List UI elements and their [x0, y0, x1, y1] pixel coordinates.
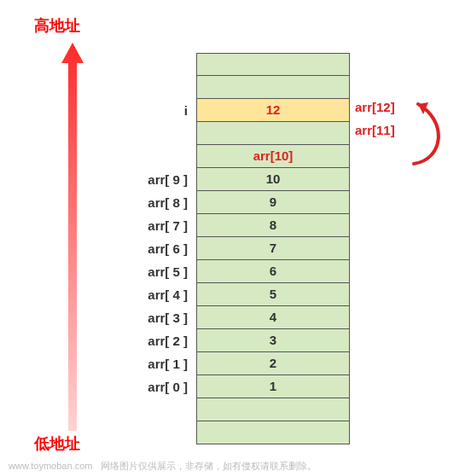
row-label: arr[ 0 ] — [111, 375, 196, 398]
footer-note: 网络图片仅供展示，非存储，如有侵权请联系删除。 — [101, 461, 317, 471]
memory-cell-i: 12 — [196, 99, 350, 122]
memory-cell-arr10: arr[10] — [196, 145, 350, 168]
memory-cell: 2 — [196, 352, 350, 375]
row-label: arr[ 8 ] — [111, 191, 196, 214]
side-label-arr11: arr[11] — [355, 123, 395, 137]
memory-cell: 4 — [196, 306, 350, 329]
memory-cell: 1 — [196, 375, 350, 398]
memory-cell: 10 — [196, 168, 350, 191]
memory-cell — [196, 398, 350, 421]
row-label: arr[ 1 ] — [111, 352, 196, 375]
high-address-label: 高地址 — [34, 15, 80, 36]
memory-cell: 9 — [196, 191, 350, 214]
memory-cell — [196, 122, 350, 145]
overflow-curve-arrow — [410, 96, 452, 172]
watermark-footer: www.toymoban.com 网络图片仅供展示，非存储，如有侵权请联系删除。 — [9, 460, 317, 473]
memory-cell: 3 — [196, 329, 350, 352]
row-label — [111, 76, 196, 99]
row-label: arr[ 9 ] — [111, 168, 196, 191]
row-label — [111, 53, 196, 76]
memory-cell: 7 — [196, 237, 350, 260]
memory-stack-table: i12 arr[10] arr[ 9 ]10 arr[ 8 ]9 arr[ 7 … — [111, 53, 350, 444]
memory-cell — [196, 53, 350, 76]
memory-cell: 5 — [196, 283, 350, 306]
address-direction-arrow — [60, 43, 85, 431]
low-address-label: 低地址 — [34, 433, 80, 454]
row-label: arr[ 5 ] — [111, 260, 196, 283]
svg-marker-0 — [61, 43, 84, 431]
side-label-arr12: arr[12] — [355, 100, 395, 114]
row-label: arr[ 2 ] — [111, 329, 196, 352]
row-label: arr[ 6 ] — [111, 237, 196, 260]
row-label — [111, 122, 196, 145]
footer-site: www.toymoban.com — [9, 461, 92, 471]
row-label: arr[ 4 ] — [111, 283, 196, 306]
memory-cell — [196, 76, 350, 99]
row-label — [111, 398, 196, 421]
memory-cell: 6 — [196, 260, 350, 283]
memory-cell: 8 — [196, 214, 350, 237]
row-label: arr[ 3 ] — [111, 306, 196, 329]
row-label — [111, 145, 196, 168]
svg-marker-1 — [418, 102, 428, 114]
memory-cell — [196, 421, 350, 444]
row-label — [111, 421, 196, 444]
row-label-i: i — [111, 99, 196, 122]
row-label: arr[ 7 ] — [111, 214, 196, 237]
